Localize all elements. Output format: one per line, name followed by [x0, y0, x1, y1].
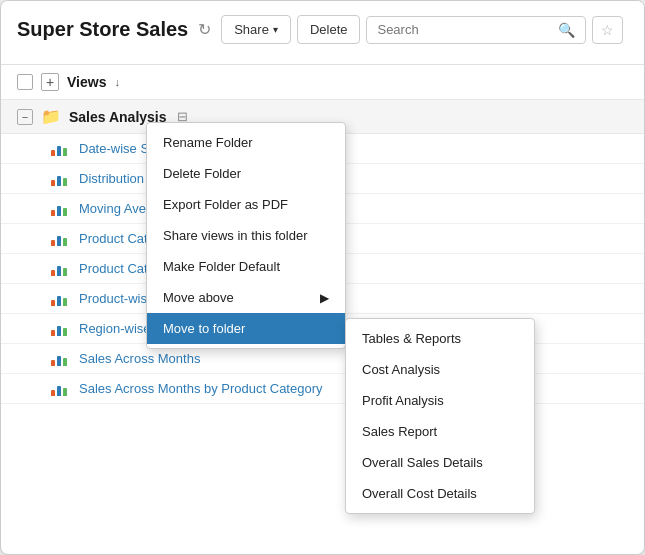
- bar-chart-icon: [51, 232, 69, 246]
- share-button[interactable]: Share ▾: [221, 15, 291, 44]
- submenu-item-overall-cost[interactable]: Overall Cost Details: [346, 478, 534, 509]
- search-box: 🔍: [366, 16, 586, 44]
- app-window: Super Store Sales ↻ Share ▾ Delete 🔍 ☆ +: [0, 0, 645, 555]
- bar-chart-icon: [51, 142, 69, 156]
- folder-icon: 📁: [41, 107, 61, 126]
- submenu-item-overall-sales[interactable]: Overall Sales Details: [346, 447, 534, 478]
- bar-chart-icon: [51, 202, 69, 216]
- views-dropdown-arrow[interactable]: ↓: [114, 76, 120, 88]
- bar-chart-icon: [51, 262, 69, 276]
- submenu: Tables & Reports Cost Analysis Profit An…: [345, 318, 535, 514]
- bar-chart-icon: [51, 352, 69, 366]
- views-label: Views: [67, 74, 106, 90]
- header: Super Store Sales ↻ Share ▾ Delete 🔍 ☆: [1, 1, 644, 65]
- app-title: Super Store Sales: [17, 18, 188, 41]
- list-item[interactable]: Sales Across Months by Product Category: [1, 374, 644, 404]
- submenu-item-profit-analysis[interactable]: Profit Analysis: [346, 385, 534, 416]
- header-top: Super Store Sales ↻ Share ▾ Delete 🔍 ☆: [17, 15, 628, 44]
- menu-item-make-default[interactable]: Make Folder Default: [147, 251, 345, 282]
- content-area: − 📁 Sales Analysis ⊟ Date-wise Sales by …: [1, 100, 644, 554]
- move-above-arrow: ▶: [320, 291, 329, 305]
- add-view-button[interactable]: +: [41, 73, 59, 91]
- submenu-item-sales-report[interactable]: Sales Report: [346, 416, 534, 447]
- bar-chart-icon: [51, 382, 69, 396]
- toolbar-buttons: Share ▾ Delete 🔍 ☆: [221, 15, 623, 44]
- menu-item-share-views[interactable]: Share views in this folder: [147, 220, 345, 251]
- menu-item-move-to-folder[interactable]: Move to folder: [147, 313, 345, 344]
- menu-item-delete-folder[interactable]: Delete Folder: [147, 158, 345, 189]
- select-all-checkbox[interactable]: [17, 74, 33, 90]
- search-icon: 🔍: [558, 22, 575, 38]
- search-input[interactable]: [377, 22, 552, 37]
- submenu-item-cost-analysis[interactable]: Cost Analysis: [346, 354, 534, 385]
- menu-item-rename-folder[interactable]: Rename Folder: [147, 127, 345, 158]
- delete-button[interactable]: Delete: [297, 15, 361, 44]
- item-label: Sales Across Months by Product Category: [79, 381, 323, 396]
- item-label: Sales Across Months: [79, 351, 200, 366]
- bar-chart-icon: [51, 292, 69, 306]
- menu-item-move-above[interactable]: Move above ▶: [147, 282, 345, 313]
- folder-collapse-button[interactable]: −: [17, 109, 33, 125]
- menu-item-export-folder[interactable]: Export Folder as PDF: [147, 189, 345, 220]
- refresh-icon[interactable]: ↻: [198, 20, 211, 39]
- submenu-item-tables-reports[interactable]: Tables & Reports: [346, 323, 534, 354]
- bar-chart-icon: [51, 322, 69, 336]
- views-bar: + Views ↓: [1, 65, 644, 100]
- favorite-button[interactable]: ☆: [592, 16, 623, 44]
- bar-chart-icon: [51, 172, 69, 186]
- context-menu: Rename Folder Delete Folder Export Folde…: [146, 122, 346, 349]
